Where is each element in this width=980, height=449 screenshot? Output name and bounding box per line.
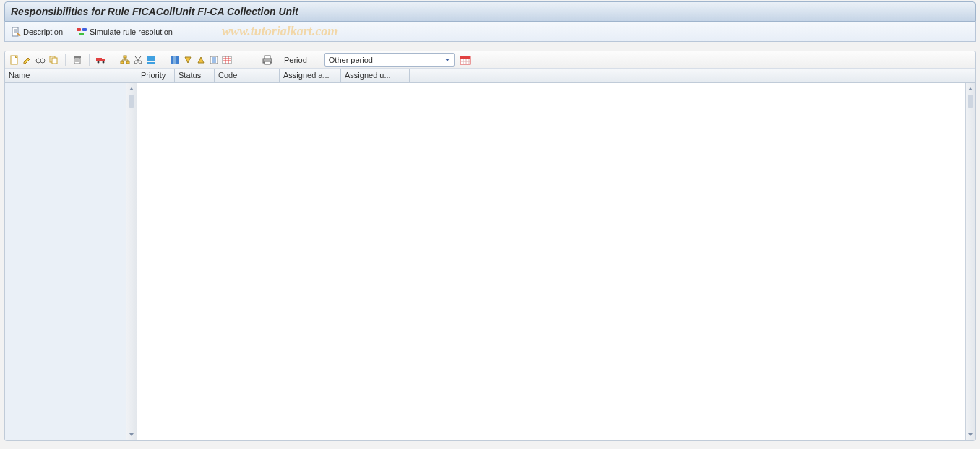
separator bbox=[65, 54, 66, 66]
svg-rect-35 bbox=[147, 62, 155, 64]
column-header-assigned-a[interactable]: Assigned a... bbox=[280, 69, 341, 82]
svg-rect-18 bbox=[96, 58, 102, 61]
period-picker-button[interactable] bbox=[459, 54, 472, 67]
description-label: Description bbox=[23, 27, 63, 36]
svg-point-9 bbox=[40, 59, 45, 63]
separator bbox=[163, 54, 163, 66]
column-header-empty bbox=[410, 69, 975, 82]
cut-button[interactable] bbox=[132, 54, 145, 67]
name-body bbox=[5, 83, 137, 440]
scroll-thumb[interactable] bbox=[129, 95, 134, 108]
separator bbox=[89, 54, 90, 66]
period-dropdown[interactable]: Other period bbox=[324, 53, 455, 67]
svg-rect-23 bbox=[121, 61, 124, 64]
svg-rect-38 bbox=[176, 56, 179, 64]
layout-button[interactable] bbox=[220, 54, 233, 67]
period-value: Other period bbox=[329, 56, 373, 64]
svg-point-8 bbox=[36, 59, 40, 63]
copy-button[interactable] bbox=[47, 54, 60, 67]
pencil-icon bbox=[22, 55, 33, 65]
scroll-thumb[interactable] bbox=[968, 95, 973, 108]
page-title: Responsibilities for Rule FICACollUnit F… bbox=[11, 6, 298, 17]
columns-icon bbox=[170, 55, 180, 65]
app-toolbar: Description Simulate rule resolution www… bbox=[4, 22, 976, 42]
name-scrollbar[interactable] bbox=[126, 83, 137, 440]
right-body bbox=[137, 83, 975, 440]
grid-toolbar: Period Other period bbox=[5, 51, 975, 69]
assign-button[interactable] bbox=[145, 54, 158, 67]
create-button[interactable] bbox=[8, 54, 21, 67]
scroll-down-icon[interactable] bbox=[966, 430, 975, 439]
create-icon bbox=[9, 55, 20, 65]
columns-button[interactable] bbox=[168, 54, 181, 67]
svg-rect-22 bbox=[124, 56, 126, 58]
svg-rect-24 bbox=[126, 61, 129, 64]
scroll-up-icon[interactable] bbox=[966, 85, 975, 93]
svg-point-20 bbox=[98, 61, 100, 63]
svg-rect-49 bbox=[265, 56, 270, 59]
truck-icon bbox=[95, 55, 107, 65]
print-icon bbox=[262, 55, 273, 65]
print-button[interactable] bbox=[261, 54, 274, 67]
simulate-rule-button[interactable]: Simulate rule resolution bbox=[74, 25, 174, 39]
glasses-icon bbox=[35, 55, 46, 65]
stack-icon bbox=[146, 55, 156, 65]
svg-rect-50 bbox=[265, 61, 270, 64]
delete-button[interactable] bbox=[71, 54, 84, 67]
svg-rect-52 bbox=[460, 56, 470, 59]
description-button[interactable]: Description bbox=[9, 25, 64, 39]
scroll-up-icon[interactable] bbox=[127, 85, 136, 93]
svg-rect-37 bbox=[173, 56, 176, 64]
svg-rect-6 bbox=[79, 33, 84, 35]
column-header-name[interactable]: Name bbox=[5, 69, 137, 82]
column-header-priority[interactable]: Priority bbox=[137, 69, 175, 82]
copy-icon bbox=[48, 55, 59, 65]
svg-rect-43 bbox=[223, 56, 231, 64]
hierarchy-icon bbox=[120, 55, 130, 65]
svg-rect-33 bbox=[147, 56, 155, 59]
hierarchy-button[interactable] bbox=[119, 54, 132, 67]
scroll-down-icon[interactable] bbox=[127, 430, 136, 439]
name-column: Name bbox=[5, 69, 137, 440]
change-button[interactable] bbox=[21, 54, 34, 67]
watermark: www.tutorialkart.com bbox=[222, 24, 338, 39]
right-scrollbar[interactable] bbox=[965, 83, 976, 440]
column-header-code[interactable]: Code bbox=[215, 69, 280, 82]
svg-rect-36 bbox=[171, 56, 173, 64]
svg-rect-5 bbox=[82, 28, 87, 31]
table-area: Name Priority Status C bbox=[5, 69, 975, 440]
sort-asc-button[interactable] bbox=[194, 54, 207, 67]
filter-icon bbox=[209, 55, 219, 65]
column-header-assigned-u[interactable]: Assigned u... bbox=[341, 69, 410, 82]
chevron-down-icon bbox=[442, 55, 452, 65]
titlebar: Responsibilities for Rule FICACollUnit F… bbox=[4, 1, 976, 22]
separator bbox=[113, 54, 113, 66]
document-icon bbox=[11, 27, 21, 37]
svg-rect-14 bbox=[74, 56, 81, 58]
filter-button[interactable] bbox=[207, 54, 220, 67]
svg-point-21 bbox=[103, 61, 105, 63]
simulate-label: Simulate rule resolution bbox=[90, 27, 173, 36]
sort-desc-icon bbox=[183, 55, 193, 65]
display-button[interactable] bbox=[34, 54, 47, 67]
sort-desc-button[interactable] bbox=[181, 54, 194, 67]
svg-rect-4 bbox=[77, 28, 81, 31]
svg-rect-0 bbox=[12, 27, 18, 36]
calendar-icon bbox=[460, 55, 471, 65]
transport-button[interactable] bbox=[95, 54, 108, 67]
period-label: Period bbox=[284, 56, 307, 64]
layout-icon bbox=[222, 55, 232, 65]
svg-rect-12 bbox=[52, 58, 57, 64]
content-frame: Period Other period Name bbox=[4, 51, 976, 441]
simulate-icon bbox=[76, 27, 87, 37]
sort-asc-icon bbox=[196, 55, 206, 65]
scissors-icon bbox=[133, 55, 143, 65]
trash-icon bbox=[72, 55, 82, 65]
svg-rect-34 bbox=[147, 59, 155, 61]
right-columns: Priority Status Code Assigned a... Assig… bbox=[137, 69, 975, 440]
column-header-status[interactable]: Status bbox=[175, 69, 215, 82]
